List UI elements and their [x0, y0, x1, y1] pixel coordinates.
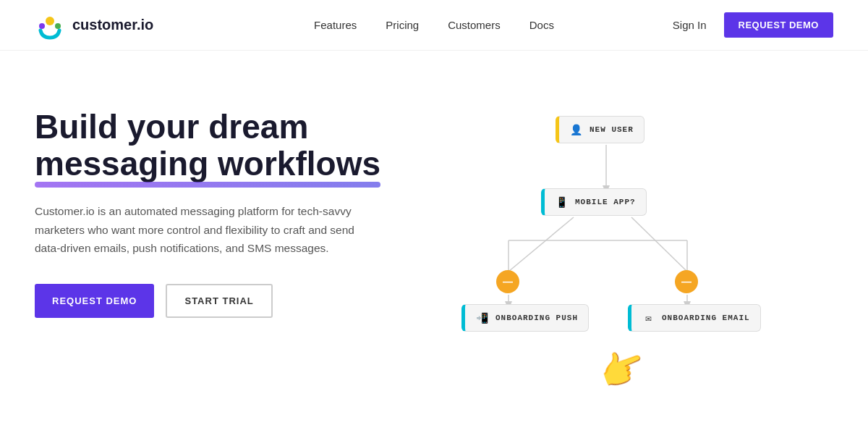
hero-request-demo-button[interactable]: REQUEST DEMO [35, 284, 154, 318]
nav-docs[interactable]: Docs [529, 19, 554, 31]
hero-left: Build your dream messaging workflows Cus… [35, 94, 411, 318]
hero-section: Build your dream messaging workflows Cus… [0, 51, 868, 441]
svg-point-3 [55, 23, 61, 29]
hero-right: 👤 NEW USER 📱 MOBILE APP? — — 📲 ONBOARDIN… [411, 87, 833, 434]
email-icon: ✉️ [642, 311, 656, 325]
workflow-lines [454, 87, 852, 420]
hero-title-line2: messaging workflows [35, 146, 380, 182]
svg-line-6 [509, 217, 574, 272]
timer-circle-right: — [675, 270, 698, 293]
header-request-demo-button[interactable]: REQUEST DEMO [724, 12, 833, 38]
hero-title-line1: Build your dream [35, 108, 308, 146]
user-icon: 👤 [569, 122, 584, 137]
workflow-diagram: 👤 NEW USER 📱 MOBILE APP? — — 📲 ONBOARDIN… [454, 87, 852, 420]
timer-symbol-right: — [681, 276, 692, 287]
svg-point-2 [39, 23, 45, 29]
timer-symbol-left: — [503, 276, 513, 287]
nav-features[interactable]: Features [314, 19, 357, 31]
hero-description: Customer.io is an automated messaging pl… [35, 202, 382, 258]
hero-start-trial-button[interactable]: START TRIAL [166, 284, 272, 318]
workflow-node-new-user: 👤 NEW USER [556, 116, 644, 143]
svg-point-1 [46, 17, 54, 25]
mobile-icon: 📱 [555, 195, 569, 209]
svg-line-7 [631, 217, 687, 272]
sign-in-link[interactable]: Sign In [673, 19, 707, 31]
push-icon: 📲 [475, 311, 490, 325]
logo-text: customer.io [72, 17, 153, 33]
workflow-node-mobile-app: 📱 MOBILE APP? [541, 188, 647, 216]
nav-customers[interactable]: Customers [448, 19, 501, 31]
logo-icon [35, 10, 65, 41]
workflow-node-onboarding-push: 📲 ONBOARDING PUSH [461, 304, 589, 332]
title-underline-decoration [35, 182, 380, 188]
hero-buttons: REQUEST DEMO START TRIAL [35, 284, 411, 318]
nav-pricing[interactable]: Pricing [386, 19, 419, 31]
workflow-node-onboarding-email: ✉️ ONBOARDING EMAIL [628, 304, 761, 332]
hero-title: Build your dream messaging workflows [35, 109, 411, 182]
logo[interactable]: customer.io [35, 10, 153, 41]
header-right: Sign In REQUEST DEMO [673, 12, 833, 38]
main-nav: Features Pricing Customers Docs [314, 19, 554, 31]
timer-circle-left: — [496, 270, 519, 293]
